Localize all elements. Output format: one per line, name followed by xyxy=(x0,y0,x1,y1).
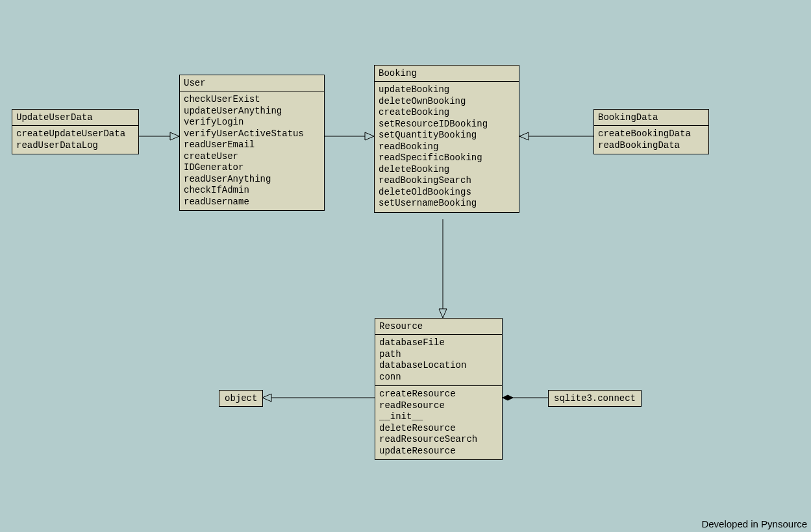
attributes-section: databaseFile path databaseLocation conn xyxy=(375,335,502,386)
class-sqlite3-connect[interactable]: sqlite3.connect xyxy=(548,390,642,407)
methods-section: createUpdateUserData readUserDataLog xyxy=(12,126,138,154)
methods-section: createResource readResource __init__ del… xyxy=(375,386,502,459)
class-title: BookingData xyxy=(594,110,708,126)
class-title: Resource xyxy=(375,319,502,335)
methods-section: createBookingData readBookingData xyxy=(594,126,708,154)
credit-text: Developed in Pynsource xyxy=(701,518,807,529)
methods-section: checkUserExist updateUserAnything verify… xyxy=(180,91,324,210)
class-object[interactable]: object xyxy=(219,390,263,407)
class-bookingdata[interactable]: BookingData createBookingData readBookin… xyxy=(593,109,709,154)
class-user[interactable]: User checkUserExist updateUserAnything v… xyxy=(179,75,325,211)
class-resource[interactable]: Resource databaseFile path databaseLocat… xyxy=(375,318,503,460)
class-updateuserdata[interactable]: UpdateUserData createUpdateUserData read… xyxy=(12,109,139,154)
class-title: UpdateUserData xyxy=(12,110,138,126)
class-title: object xyxy=(225,393,257,404)
class-title: User xyxy=(180,75,324,91)
class-title: Booking xyxy=(375,66,519,82)
class-booking[interactable]: Booking updateBooking deleteOwnBooking c… xyxy=(374,65,519,213)
methods-section: updateBooking deleteOwnBooking createBoo… xyxy=(375,82,519,212)
class-title: sqlite3.connect xyxy=(554,393,636,404)
